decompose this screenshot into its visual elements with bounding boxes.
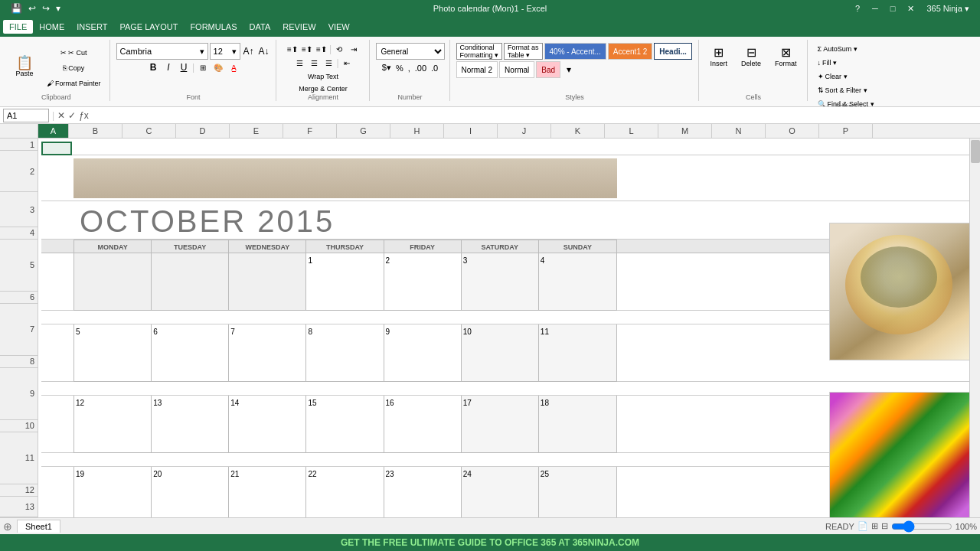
underline-button[interactable]: U — [177, 61, 191, 73]
help-button[interactable]: ? — [851, 4, 864, 14]
row-header-4[interactable]: 4 — [0, 227, 38, 240]
confirm-formula-icon[interactable]: ✓ — [68, 110, 76, 121]
font-size-select[interactable]: 12 ▾ — [210, 43, 240, 60]
cal-day-4[interactable]: 4 — [539, 253, 616, 310]
col-header-b[interactable]: B — [69, 124, 122, 138]
cal-day-25[interactable]: 25 — [539, 467, 616, 517]
format-painter-button[interactable]: 🖌 Format Painter — [43, 77, 105, 90]
col-header-o[interactable]: O — [766, 124, 819, 138]
menu-page-layout[interactable]: PAGE LAYOUT — [113, 20, 184, 34]
undo-button[interactable]: ↩ — [27, 3, 38, 14]
cal-day-21[interactable]: 21 — [229, 467, 306, 517]
row-header-13[interactable]: 13 — [0, 497, 38, 517]
format-as-table-button[interactable]: Format asTable ▾ — [504, 43, 543, 60]
align-right-button[interactable]: ☰ — [322, 57, 335, 69]
conditional-formatting-button[interactable]: ConditionalFormatting ▾ — [456, 43, 503, 60]
layout-view-button[interactable]: ⊞ — [871, 521, 878, 531]
cal-day-6[interactable]: 6 — [152, 324, 229, 381]
sheet-tab-1[interactable]: Sheet1 — [17, 520, 60, 533]
align-top-left-button[interactable]: ≡⬆ — [286, 43, 299, 55]
text-direction-button[interactable]: ⟲ — [332, 43, 346, 55]
cell-a1[interactable] — [41, 142, 72, 155]
select-all-button[interactable] — [0, 124, 38, 138]
outdent-button[interactable]: ⇤ — [340, 57, 354, 69]
quick-access-toolbar[interactable]: 💾 ↩ ↪ ▾ — [6, 3, 65, 14]
cal-day-5[interactable]: 5 — [74, 324, 152, 381]
window-controls[interactable]: ? ─ □ ✕ 365 Ninja ▾ — [851, 4, 974, 14]
redo-button[interactable]: ↪ — [41, 3, 51, 14]
col-header-e[interactable]: E — [230, 124, 283, 138]
row-header-8[interactable]: 8 — [0, 356, 38, 368]
style-normal2-button[interactable]: Normal 2 — [456, 61, 498, 78]
delete-button[interactable]: ⊟ Delete — [736, 43, 766, 70]
menu-view[interactable]: VIEW — [322, 20, 356, 34]
number-format-select[interactable]: General Number Currency Percentage — [376, 43, 445, 60]
decrease-font-button[interactable]: A↓ — [257, 45, 271, 57]
align-top-right-button[interactable]: ≡⬆ — [315, 43, 328, 55]
page-break-view-button[interactable]: ⊟ — [881, 521, 888, 531]
menu-insert[interactable]: INSERT — [70, 20, 113, 34]
col-header-m[interactable]: M — [658, 124, 712, 138]
cal-day-9[interactable]: 9 — [384, 324, 462, 381]
menu-file[interactable]: FILE — [3, 20, 33, 34]
maximize-button[interactable]: □ — [886, 4, 900, 14]
row-header-1[interactable]: 1 — [0, 139, 38, 151]
qat-dropdown[interactable]: ▾ — [54, 3, 62, 14]
style-40-accent-button[interactable]: 40% - Accent... — [544, 43, 606, 60]
zoom-slider[interactable] — [891, 520, 952, 533]
style-normal-button[interactable]: Normal — [499, 61, 534, 78]
cal-day-empty-1[interactable] — [74, 253, 152, 310]
add-sheet-button[interactable]: ⊕ — [3, 520, 12, 533]
app-name[interactable]: 365 Ninja ▾ — [922, 4, 974, 14]
clear-button[interactable]: ✦ Clear ▾ — [814, 70, 878, 83]
col-header-c[interactable]: C — [122, 124, 176, 138]
cal-day-10[interactable]: 10 — [462, 324, 539, 381]
cal-day-12[interactable]: 12 — [74, 396, 152, 452]
col-header-a[interactable]: A — [38, 124, 69, 138]
cal-day-23[interactable]: 23 — [384, 467, 462, 517]
cal-day-empty-2[interactable] — [152, 253, 229, 310]
cal-day-16[interactable]: 16 — [384, 396, 462, 452]
indent-button[interactable]: ⇥ — [347, 43, 361, 55]
page-view-button[interactable]: 📄 — [858, 521, 868, 531]
cal-day-empty-3[interactable] — [229, 253, 306, 310]
row-header-3[interactable]: 3 — [0, 192, 38, 227]
wrap-text-button[interactable]: Wrap Text — [304, 70, 342, 83]
style-accent2-button[interactable]: Accent1 2 — [608, 43, 652, 60]
align-center-button[interactable]: ☰ — [307, 57, 321, 69]
row-header-12[interactable]: 12 — [0, 484, 38, 497]
menu-data[interactable]: DATA — [243, 20, 277, 34]
format-button[interactable]: ⊠ Format — [769, 43, 802, 70]
menu-home[interactable]: HOME — [33, 20, 70, 34]
sort-filter-button[interactable]: ⇅ Sort & Filter ▾ — [814, 84, 878, 96]
row-header-11[interactable]: 11 — [0, 432, 38, 484]
style-heading-button[interactable]: Headi... — [654, 43, 692, 60]
styles-expand-button[interactable]: ▾ — [562, 64, 576, 76]
align-left-button[interactable]: ☰ — [292, 57, 306, 69]
cal-day-8[interactable]: 8 — [306, 324, 384, 381]
comma-button[interactable]: , — [407, 62, 412, 74]
cal-day-17[interactable]: 17 — [462, 396, 539, 452]
copy-button[interactable]: ⎘ Copy — [43, 61, 105, 75]
col-header-d[interactable]: D — [176, 124, 230, 138]
vertical-scrollbar[interactable] — [969, 139, 980, 517]
bold-button[interactable]: B — [146, 61, 160, 73]
italic-button[interactable]: I — [162, 61, 175, 73]
insert-function-icon[interactable]: ƒx — [79, 110, 89, 121]
currency-button[interactable]: $▾ — [381, 61, 393, 74]
col-header-l[interactable]: L — [605, 124, 658, 138]
col-header-p[interactable]: P — [819, 124, 873, 138]
row-header-5[interactable]: 5 — [0, 240, 38, 292]
menu-review[interactable]: REVIEW — [276, 20, 322, 34]
formula-input[interactable] — [92, 111, 977, 120]
increase-decimal-button[interactable]: .00 — [413, 62, 428, 74]
percent-button[interactable]: % — [394, 62, 405, 74]
scrollbar-thumb[interactable] — [971, 140, 980, 163]
cal-day-13[interactable]: 13 — [152, 396, 229, 452]
cal-day-14[interactable]: 14 — [229, 396, 306, 452]
font-name-select[interactable]: Cambria ▾ — [116, 43, 208, 60]
col-header-h[interactable]: H — [390, 124, 444, 138]
formula-controls[interactable]: ✕ ✓ ƒx — [57, 110, 89, 121]
row-header-9[interactable]: 9 — [0, 368, 38, 420]
col-header-j[interactable]: J — [498, 124, 551, 138]
